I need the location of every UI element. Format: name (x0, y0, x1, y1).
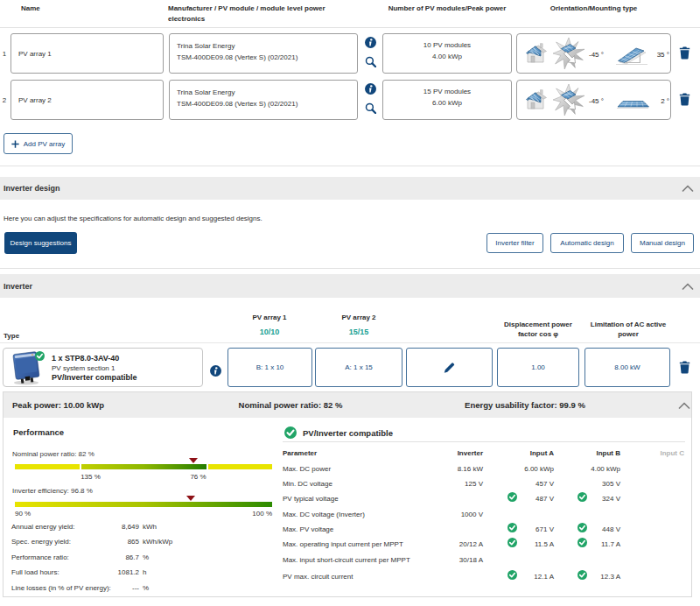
stat-value: 86.7 (78, 553, 139, 561)
automatic-design-button[interactable]: Automatic design (550, 233, 624, 253)
orientation-box[interactable]: -45 ° 35 ° (516, 33, 671, 74)
gauge2-tick-1: 90 % (15, 510, 31, 518)
compass-icon (553, 38, 584, 70)
compat-input-b-value: 324 V (542, 495, 620, 503)
chevron-up-icon[interactable] (682, 283, 694, 290)
row-number: 1 (0, 50, 9, 58)
edit-config-box[interactable] (406, 348, 493, 387)
compat-input-b-value: 4.00 kWp (542, 465, 620, 473)
plus-icon (11, 140, 19, 148)
manual-design-label: Manual design (640, 239, 685, 247)
cos-phi-value: 1.00 (531, 363, 545, 371)
input-a-config-value: A: 1 x 15 (345, 363, 373, 371)
manual-design-button[interactable]: Manual design (631, 233, 694, 253)
chevron-up-icon[interactable] (678, 402, 690, 409)
compat-input-b-value: 12.3 A (542, 573, 620, 581)
modules-count-value: 10 PV modules (383, 39, 511, 51)
inverter-efficiency-label: Inverter efficiency: 96.8 % (12, 487, 93, 495)
inverter-compatibility-status: PV/Inverter compatible (52, 373, 137, 382)
orientation-box[interactable]: -45 ° 2 ° (516, 80, 671, 120)
input-b-config-value: B: 1 x 10 (256, 363, 284, 371)
pv-array-row-2: 2 PV array 2 Trina Solar Energy TSM-400D… (0, 80, 700, 120)
ac-limit-line1: Limitation of AC active (580, 320, 676, 329)
trash-icon[interactable] (679, 46, 690, 60)
section-title: Inverter (4, 282, 32, 291)
ac-limit-value-box[interactable]: 8.00 kW (584, 348, 670, 387)
compat-header-input-c: Input C (606, 449, 684, 457)
compat-param: Max. input short-circuit current per MPP… (283, 556, 410, 564)
section-title: Inverter design (4, 184, 60, 193)
search-icon[interactable] (365, 56, 376, 67)
input-b-config-box[interactable]: B: 1 x 10 (228, 348, 312, 387)
energy-usability-summary: Energy usability factor: 99.9 % (433, 400, 617, 410)
sunny-design-page: Name Manufacturer / PV module / module l… (0, 0, 700, 606)
inverter-filter-label: Inverter filter (495, 239, 534, 247)
inverter-section-label: PV system section 1 (52, 364, 115, 372)
row-number: 2 (0, 96, 9, 104)
stat-value: 865 (78, 538, 139, 546)
compat-param: PV typical voltage (283, 495, 339, 503)
add-pv-array-label: Add PV array (24, 140, 66, 148)
chevron-up-icon[interactable] (682, 185, 694, 192)
azimuth-value: -45 ° (589, 51, 612, 59)
inverter-type-box[interactable]: 1 x STP8.0-3AV-40 PV system section 1 PV… (3, 348, 203, 387)
modules-count-box[interactable]: 10 PV modules 4.00 kWp (382, 33, 512, 74)
tilted-panel-icon (614, 43, 649, 66)
compat-param: Max. DC voltage (Inverter) (283, 511, 365, 518)
info-icon[interactable] (365, 37, 376, 48)
cos-phi-value-box[interactable]: 1.00 (497, 348, 579, 387)
peak-power-value: 4.00 kWp (383, 51, 511, 62)
column-header-orientation: Orientation/Mounting type (516, 4, 671, 14)
inverter-model: 1 x STP8.0-3AV-40 (52, 354, 119, 363)
stat-unit: kWh/kWp (143, 538, 172, 546)
results-summary-bar[interactable]: Peak power: 10.00 kWp Nominal power rati… (4, 392, 691, 418)
search-icon[interactable] (365, 102, 376, 114)
info-icon[interactable] (365, 83, 376, 95)
array-name-value: PV array 2 (18, 96, 52, 104)
ac-limit-line2: power (580, 329, 676, 339)
pv-array-2-assignment: 15/15 (315, 328, 402, 336)
ac-limit-value: 8.00 kW (614, 363, 640, 371)
gauge1-tick-1: 135 % (71, 473, 110, 481)
stat-value: 1081.2 (78, 568, 139, 576)
modules-count-box[interactable]: 15 PV modules 6.00 kWp (382, 80, 512, 120)
pencil-icon (444, 362, 455, 374)
inverter-section-header[interactable]: Inverter (0, 274, 700, 298)
design-suggestions-button[interactable]: Design suggestions (4, 232, 77, 254)
module-select-box[interactable]: Trina Solar Energy TSM-400DE09.08 (Verte… (169, 80, 358, 120)
compat-inverter-value: 125 V (404, 480, 483, 488)
divider (0, 342, 700, 343)
module-select-box[interactable]: Trina Solar Energy TSM-400DE09.08 (Verte… (169, 33, 358, 74)
input-a-config-box[interactable]: A: 1 x 15 (315, 348, 402, 387)
azimuth-value: -45 ° (589, 97, 612, 105)
design-suggestions-label: Design suggestions (10, 239, 72, 247)
column-header-manufacturer: Manufacturer / PV module / module level … (168, 4, 348, 25)
column-header-pv-array-1: PV array 1 (226, 313, 313, 323)
compat-header-parameter: Parameter (283, 449, 317, 457)
compat-input-b-value: 11.7 A (542, 540, 620, 548)
info-icon[interactable] (210, 365, 221, 377)
modules-count-value: 15 PV modules (383, 86, 511, 97)
cos-phi-line1: Displacement power (490, 320, 586, 329)
inverter-design-section-header[interactable]: Inverter design (0, 177, 700, 200)
add-pv-array-button[interactable]: Add PV array (4, 133, 73, 154)
trash-icon[interactable] (679, 361, 690, 374)
divider (0, 268, 700, 269)
house-icon (523, 41, 548, 64)
compat-param: Max. operating input current per MPPT (283, 540, 403, 548)
inverter-filter-button[interactable]: Inverter filter (486, 233, 543, 253)
compat-inverter-value: 1000 V (404, 511, 483, 518)
compatibility-title: PV/Inverter compatible (303, 428, 393, 438)
inverter-efficiency-gauge (15, 502, 272, 507)
compass-icon (553, 84, 584, 116)
compat-param: Max. PV voltage (283, 525, 333, 533)
nominal-power-ratio-summary: Nominal power ratio: 82 % (186, 400, 396, 410)
array-name-input[interactable]: PV array 1 (10, 33, 164, 74)
compat-inverter-value: 30/18 A (404, 556, 483, 564)
trash-icon[interactable] (679, 93, 690, 106)
pv-array-1-assignment: 10/10 (226, 328, 313, 336)
pv-array-row-1: 1 PV array 1 Trina Solar Energy TSM-400D… (0, 33, 700, 74)
array-name-input[interactable]: PV array 2 (10, 80, 164, 120)
stat-unit: % (143, 553, 149, 561)
performance-title: Performance (13, 427, 64, 437)
